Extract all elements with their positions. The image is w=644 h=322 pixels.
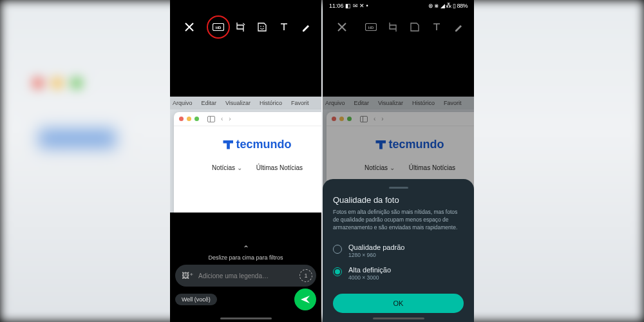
highlight-ring (207, 15, 230, 39)
brand-logo: tecmundo (174, 138, 321, 151)
svg-text:HD: HD (368, 26, 374, 30)
phone-right: 11:06 ◧ ✉ ✕ • ⊗ ⋇ ◢ ⁂ ▯ 88% HD (323, 0, 474, 322)
sheet-title: Qualidade da foto (333, 195, 464, 205)
preview-menu-strip: Arquivo Editar Visualizar Histórico Favo… (323, 97, 474, 109)
hd-quality-icon[interactable]: HD (362, 18, 380, 36)
ok-button[interactable]: OK (333, 294, 464, 313)
phone-pair: HD Arquivo Editar Visualizar Histórico F… (170, 0, 474, 322)
mac-max-icon (194, 117, 199, 121)
swipe-filters-hint[interactable]: ⌃ Deslize para cima para filtros (170, 244, 321, 261)
caption-input[interactable]: 🖼⁺ Adicione uma legenda… 1 (175, 265, 316, 287)
view-once-icon[interactable]: 1 (299, 269, 312, 282)
brand-logo: tecmundo (327, 138, 474, 151)
send-button[interactable] (294, 289, 316, 310)
mac-titlebar: ‹› (327, 112, 474, 126)
nav-link: Últimas Notícias (256, 164, 303, 171)
option-sub: 4000 × 3000 (348, 274, 391, 281)
draw-pencil-icon[interactable] (297, 18, 315, 36)
menu-item: Histórico (412, 100, 435, 106)
editor-toolbar: HD (323, 14, 474, 40)
sheet-description: Fotos em alta definição são mais nítidas… (333, 209, 464, 232)
back-arrow-icon: ‹ (221, 115, 223, 122)
bottom-row: Well (você) (175, 289, 316, 310)
menu-item: Arquivo (173, 100, 193, 106)
site-nav: Notícias Últimas Notícias (174, 164, 321, 171)
close-icon[interactable] (180, 18, 198, 36)
menu-item: Visualizar (225, 100, 251, 106)
mac-close-icon (179, 117, 184, 121)
text-icon[interactable] (275, 18, 293, 36)
menu-item: Editar (202, 100, 217, 106)
svg-point-3 (263, 26, 264, 27)
option-hd[interactable]: Alta definição 4000 × 3000 (333, 262, 464, 285)
brand-t-icon (223, 140, 233, 149)
svg-point-2 (260, 26, 261, 27)
status-bar: 11:06 ◧ ✉ ✕ • ⊗ ⋇ ◢ ⁂ ▯ 88% (323, 0, 474, 12)
hd-quality-icon[interactable]: HD (209, 18, 227, 36)
option-label: Qualidade padrão (348, 243, 404, 251)
radio-checked-icon (333, 267, 342, 276)
phone-left: HD Arquivo Editar Visualizar Histórico F… (170, 0, 321, 322)
sticker-icon[interactable] (406, 18, 424, 36)
crop-rotate-icon[interactable] (231, 18, 249, 36)
quality-sheet: Qualidade da foto Fotos em alta definiçã… (323, 179, 474, 322)
image-preview: Arquivo Editar Visualizar Histórico Favo… (170, 97, 321, 213)
add-photo-icon[interactable]: 🖼⁺ (182, 271, 193, 280)
status-indicators: ⊗ ⋇ ◢ ⁂ ▯ 88% (428, 3, 468, 9)
option-sub: 1280 × 960 (348, 252, 404, 258)
mac-window: ‹ › tecmundo Notícias Últimas Notícias (174, 112, 321, 213)
chevron-up-icon: ⌃ (170, 244, 321, 253)
sheet-handle[interactable] (389, 187, 408, 189)
mac-titlebar: ‹ › (174, 112, 321, 126)
nav-link: Notícias (212, 164, 242, 171)
recipient-chip[interactable]: Well (você) (175, 294, 217, 305)
sticker-icon[interactable] (253, 18, 271, 36)
sidebar-toggle-icon (207, 116, 215, 122)
menu-item: Favorit (444, 100, 462, 106)
brand-text: tecmundo (236, 138, 291, 151)
crop-rotate-icon[interactable] (384, 18, 402, 36)
close-icon[interactable] (333, 18, 351, 36)
editor-toolbar: HD (170, 14, 321, 40)
option-standard[interactable]: Qualidade padrão 1280 × 960 (333, 240, 464, 262)
preview-menu-strip: Arquivo Editar Visualizar Histórico Favo… (170, 97, 321, 109)
caption-placeholder: Adicione uma legenda… (198, 272, 294, 279)
forward-arrow-icon: › (229, 115, 231, 122)
menu-item: Favorit (291, 100, 309, 106)
menu-item: Histórico (260, 100, 282, 106)
gesture-bar (373, 317, 424, 319)
text-icon[interactable] (428, 18, 446, 36)
mac-min-icon (187, 117, 191, 121)
brand-text: tecmundo (388, 138, 444, 151)
bg-traffic-lights (32, 77, 82, 89)
option-label: Alta definição (348, 266, 391, 274)
menu-item: Editar (354, 100, 370, 106)
menu-item: Visualizar (378, 100, 403, 106)
draw-pencil-icon[interactable] (450, 18, 468, 36)
site-nav: Notícias Últimas Notícias (327, 164, 474, 171)
radio-unchecked-icon (333, 245, 342, 254)
status-time: 11:06 ◧ ✉ ✕ • (329, 3, 368, 9)
swipe-hint-text: Deslize para cima para filtros (208, 254, 283, 261)
gesture-bar (220, 317, 272, 319)
menu-item: Arquivo (325, 100, 345, 106)
